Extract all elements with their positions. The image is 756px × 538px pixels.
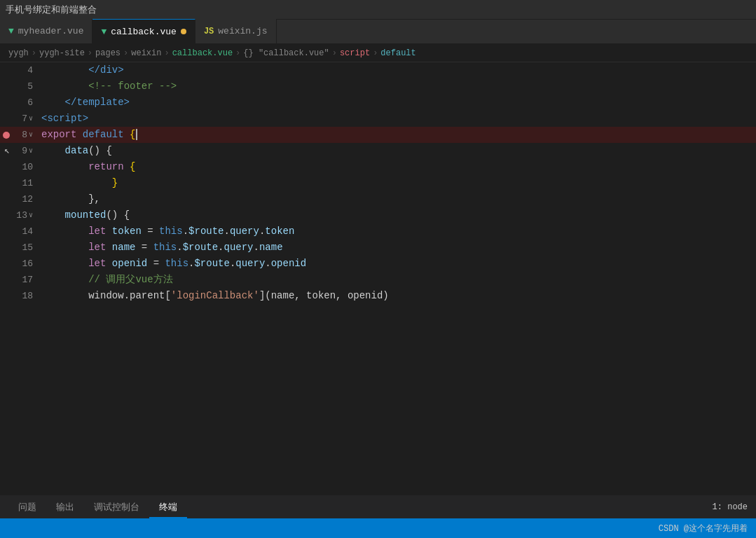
fold-arrow[interactable]: ∨: [29, 111, 33, 127]
line-gutter: 17: [0, 273, 39, 288]
tab-label: myheader.vue: [18, 26, 84, 36]
breadcrumb-separator: ›: [88, 48, 92, 58]
token: this: [165, 258, 188, 269]
line-gutter: 4: [0, 63, 39, 78]
code-line: 7∨<script>: [0, 111, 756, 127]
panel-tab[interactable]: 终端: [149, 495, 187, 518]
token: let: [88, 226, 112, 237]
vue-icon: ▼: [101, 27, 106, 37]
line-gutter: 16: [0, 256, 39, 272]
token: {: [130, 129, 135, 140]
code-content: <script>: [39, 111, 756, 126]
code-content: <!-- footer -->: [39, 78, 756, 94]
tab-label: weixin.js: [218, 26, 267, 36]
breadcrumb-separator: ›: [32, 48, 36, 58]
token: =: [147, 226, 159, 237]
token: [: [165, 290, 170, 301]
line-gutter: 5: [0, 79, 39, 95]
line-number: 4: [27, 63, 33, 78]
line-gutter: 11: [0, 176, 39, 191]
breadcrumb-separator: ›: [373, 48, 378, 58]
token: =: [153, 258, 165, 269]
code-line: 6 </template>: [0, 95, 756, 111]
token: // 调用父vue方法: [88, 274, 172, 285]
code-line: 12 },: [0, 191, 756, 207]
line-number: 15: [22, 240, 33, 256]
token: .: [224, 226, 230, 237]
code-line: 18 window.parent['loginCallback'](name, …: [0, 288, 756, 304]
token: return: [88, 161, 130, 172]
fold-arrow[interactable]: ∨: [29, 127, 33, 143]
text-cursor: [136, 129, 137, 140]
panel-tab[interactable]: 问题: [8, 495, 46, 518]
code-line: 17 // 调用父vue方法: [0, 272, 756, 288]
panel-tab[interactable]: 输出: [46, 495, 84, 518]
breadcrumb: yygh›yygh-site›pages›weixin›callback.vue…: [0, 44, 756, 62]
code-content: window.parent['loginCallback'](name, tok…: [39, 288, 756, 303]
code-content: let name = this.$route.query.name: [39, 240, 756, 255]
token: $route: [194, 258, 229, 269]
token: 'loginCallback': [171, 290, 259, 301]
fold-arrow[interactable]: ∨: [29, 208, 33, 223]
token: }: [112, 177, 118, 188]
tab-callback[interactable]: ▼callback.vue: [92, 19, 195, 43]
token: ](name, token, openid): [259, 290, 389, 301]
token: $route: [188, 226, 224, 237]
vue-icon: ▼: [8, 26, 14, 36]
editor: 4 </div>5 <!-- footer -->6 </template>7∨…: [0, 62, 756, 495]
line-gutter: 18: [0, 289, 39, 304]
breadcrumb-part: pages: [95, 48, 121, 58]
fold-arrow[interactable]: ∨: [29, 144, 33, 159]
tab-myheader[interactable]: ▼myheader.vue: [0, 19, 92, 43]
line-number: 6: [27, 95, 33, 111]
status-bar: CSDN @这个名字先用着: [0, 518, 756, 538]
token: token: [112, 226, 147, 237]
line-gutter: ↖9∨: [0, 144, 39, 159]
line-number: 12: [22, 192, 33, 207]
token: () {: [106, 209, 130, 221]
code-line: 16 let openid = this.$route.query.openid: [0, 256, 756, 272]
line-number: 17: [22, 273, 33, 288]
token: },: [88, 193, 100, 205]
line-number: 9: [22, 144, 27, 159]
panel-tabs: 问题输出调试控制台终端: [8, 495, 187, 518]
panel-tab[interactable]: 调试控制台: [84, 495, 149, 518]
line-number: 11: [22, 176, 33, 191]
code-line: 8∨export default {: [0, 127, 756, 143]
line-gutter: 12: [0, 192, 39, 207]
code-content: export default {: [39, 127, 756, 142]
line-gutter: 13∨: [0, 208, 39, 223]
token: $route: [183, 242, 218, 253]
code-line: 10 return {: [0, 159, 756, 175]
token: mounted: [65, 209, 106, 221]
token: .: [265, 258, 270, 269]
code-content: let openid = this.$route.query.openid: [39, 256, 756, 271]
line-number: 8: [22, 127, 27, 143]
line-number: 10: [22, 160, 33, 175]
line-gutter: 15: [0, 240, 39, 256]
cursor-icon: ↖: [4, 144, 10, 159]
breakpoint-dot: [3, 132, 10, 139]
tab-weixin[interactable]: JSweixin.js: [195, 19, 277, 43]
line-number: 18: [22, 289, 33, 304]
csdn-label: CSDN @这个名字先用着: [659, 523, 748, 534]
breadcrumb-separator: ›: [235, 48, 240, 58]
code-content: // 调用父vue方法: [39, 272, 756, 287]
breadcrumb-separator: ›: [123, 48, 128, 58]
code-content: let token = this.$route.query.token: [39, 223, 756, 239]
code-area[interactable]: 4 </div>5 <!-- footer -->6 </template>7∨…: [0, 62, 756, 495]
breadcrumb-part: yygh: [8, 48, 29, 58]
token: data: [65, 145, 89, 156]
code-line: 13∨ mounted() {: [0, 207, 756, 223]
token: openid: [112, 258, 153, 269]
token: </template>: [65, 97, 130, 108]
line-number: 13: [16, 208, 27, 223]
breadcrumb-separator: ›: [164, 48, 169, 58]
title-text: 手机号绑定和前端整合: [6, 4, 97, 16]
token: let: [88, 258, 112, 269]
line-number: 16: [22, 256, 33, 272]
js-icon: JS: [204, 27, 214, 36]
token: token: [265, 226, 294, 237]
code-line: 15 let name = this.$route.query.name: [0, 240, 756, 256]
code-line: 4 </div>: [0, 62, 756, 78]
